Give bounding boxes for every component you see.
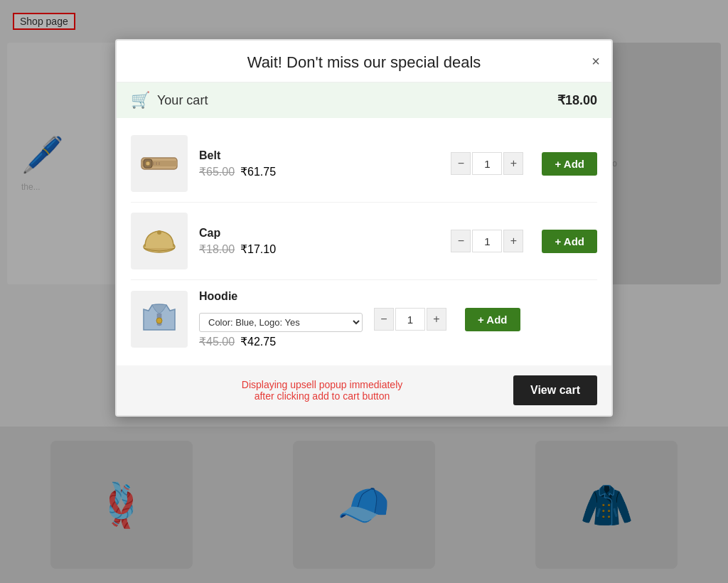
cap-sale-price: ₹17.10 bbox=[240, 242, 276, 256]
cap-info: Cap ₹18.00 ₹17.10 bbox=[199, 227, 439, 256]
cap-qty-decrease[interactable]: − bbox=[451, 230, 471, 252]
belt-sale-price: ₹61.75 bbox=[240, 165, 276, 178]
modal-close-button[interactable]: × bbox=[592, 54, 600, 68]
modal-backdrop: Wait! Don't miss our special deals × 🛒 Y… bbox=[0, 0, 728, 583]
cart-total: ₹18.00 bbox=[557, 92, 597, 108]
hoodie-name: Hoodie bbox=[199, 290, 363, 303]
belt-image bbox=[131, 135, 188, 192]
cap-original-price: ₹18.00 bbox=[199, 242, 235, 256]
belt-original-price: ₹65.00 bbox=[199, 165, 235, 178]
cap-qty-increase[interactable]: + bbox=[503, 230, 523, 252]
belt-add-button[interactable]: + Add bbox=[542, 152, 597, 176]
product-item-hoodie: Hoodie Color: Blue, Logo: Yes Color: Red… bbox=[131, 280, 597, 358]
belt-quantity-control: − 1 + bbox=[451, 152, 523, 175]
cap-image bbox=[131, 213, 188, 269]
hoodie-qty-increase[interactable]: + bbox=[427, 308, 446, 331]
hoodie-prices: ₹45.00 ₹42.75 bbox=[199, 335, 363, 348]
footer-message: Displaying upsell popup immediately afte… bbox=[131, 379, 513, 402]
hoodie-add-button[interactable]: + Add bbox=[465, 308, 520, 331]
hoodie-qty-decrease[interactable]: − bbox=[374, 308, 394, 331]
footer-message-line1: Displaying upsell popup immediately bbox=[131, 379, 513, 390]
footer-message-line2: after clicking add to cart button bbox=[131, 390, 513, 402]
upsell-modal: Wait! Don't miss our special deals × 🛒 Y… bbox=[115, 39, 613, 417]
svg-point-9 bbox=[156, 318, 162, 323]
cap-quantity-control: − 1 + bbox=[451, 230, 523, 252]
modal-footer: Displaying upsell popup immediately afte… bbox=[117, 365, 611, 415]
belt-name: Belt bbox=[199, 149, 439, 162]
cap-prices: ₹18.00 ₹17.10 bbox=[199, 242, 439, 256]
cart-label: Your cart bbox=[157, 93, 208, 108]
svg-point-8 bbox=[157, 230, 161, 235]
modal-header: Wait! Don't miss our special deals × bbox=[117, 41, 611, 82]
belt-qty-increase[interactable]: + bbox=[503, 152, 523, 175]
belt-svg bbox=[138, 142, 181, 185]
cap-name: Cap bbox=[199, 227, 439, 240]
hoodie-original-price: ₹45.00 bbox=[199, 335, 235, 348]
hoodie-quantity-control: − 1 + bbox=[374, 308, 446, 331]
hoodie-info: Hoodie Color: Blue, Logo: Yes Color: Red… bbox=[199, 290, 363, 348]
cart-header: 🛒 Your cart ₹18.00 bbox=[117, 82, 611, 118]
product-item-cap: Cap ₹18.00 ₹17.10 − 1 + + Add bbox=[131, 203, 597, 280]
belt-qty-decrease[interactable]: − bbox=[451, 152, 471, 175]
hoodie-sale-price: ₹42.75 bbox=[240, 335, 276, 348]
hoodie-variant[interactable]: Color: Blue, Logo: Yes Color: Red, Logo:… bbox=[199, 313, 363, 332]
hoodie-image bbox=[131, 291, 188, 348]
products-list: Belt ₹65.00 ₹61.75 − 1 + + Add bbox=[117, 118, 611, 365]
hoodie-variant-select[interactable]: Color: Blue, Logo: Yes Color: Red, Logo:… bbox=[199, 313, 363, 332]
product-item-belt: Belt ₹65.00 ₹61.75 − 1 + + Add bbox=[131, 125, 597, 203]
cart-icon: 🛒 bbox=[131, 91, 150, 109]
modal-title: Wait! Don't miss our special deals bbox=[247, 53, 481, 71]
hoodie-qty-value: 1 bbox=[395, 308, 425, 331]
cap-qty-value: 1 bbox=[472, 230, 502, 252]
belt-prices: ₹65.00 ₹61.75 bbox=[199, 165, 439, 178]
belt-info: Belt ₹65.00 ₹61.75 bbox=[199, 149, 439, 178]
cap-svg bbox=[138, 220, 181, 262]
svg-point-3 bbox=[146, 161, 150, 166]
cap-add-button[interactable]: + Add bbox=[542, 230, 597, 253]
view-cart-button[interactable]: View cart bbox=[513, 375, 597, 405]
cart-header-left: 🛒 Your cart bbox=[131, 91, 208, 109]
hoodie-svg bbox=[138, 298, 181, 341]
belt-qty-value: 1 bbox=[472, 152, 502, 175]
